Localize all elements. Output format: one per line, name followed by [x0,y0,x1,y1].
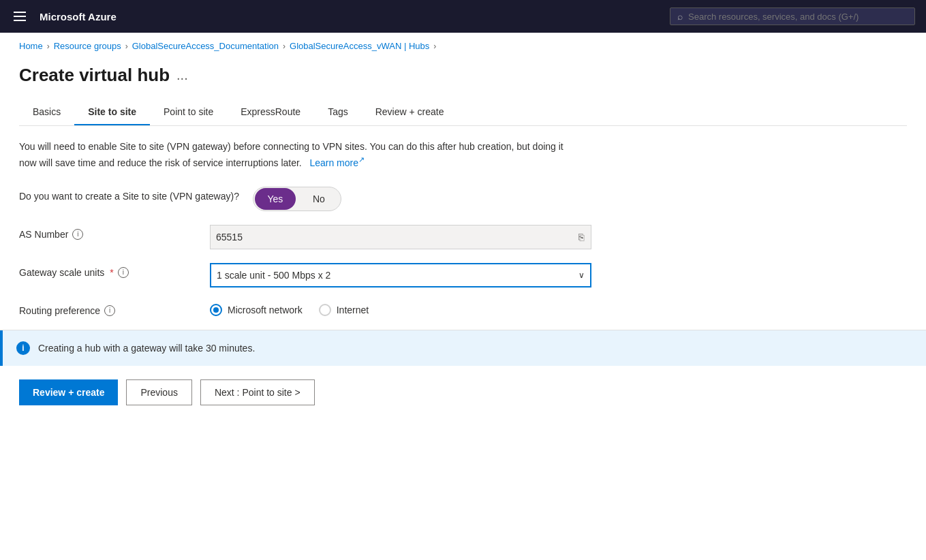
previous-button[interactable]: Previous [126,379,191,405]
bottom-actions: Review + create Previous Next : Point to… [0,366,926,419]
breadcrumb-vwan-hubs[interactable]: GlobalSecureAccess_vWAN | Hubs [290,41,429,51]
info-banner: i Creating a hub with a gateway will tak… [0,330,926,366]
vpn-toggle[interactable]: Yes No [253,187,341,211]
breadcrumb-sep-1: › [47,42,50,51]
routing-preference-options: Microsoft network Internet [210,301,369,316]
next-button[interactable]: Next : Point to site > [200,379,315,405]
more-options-icon[interactable]: ... [176,67,188,83]
description-text: You will need to enable Site to site (VP… [19,140,578,170]
gateway-scale-dropdown[interactable]: 1 scale unit - 500 Mbps x 2 ∨ [210,263,591,287]
page-title: Create virtual hub [19,65,170,86]
page-content: Create virtual hub ... Basics Site to si… [0,57,926,316]
gateway-scale-label: Gateway scale units * i [19,263,196,278]
search-bar[interactable]: ⌕ [670,7,915,25]
external-link-icon: ↗ [358,155,365,164]
as-number-info-icon[interactable]: i [72,229,83,240]
breadcrumb-sep-3: › [283,42,285,51]
app-title: Microsoft Azure [40,11,659,22]
as-number-input-wrapper: ⎘ [210,225,591,249]
radio-internet[interactable]: Internet [319,304,369,316]
gateway-scale-info-icon[interactable]: i [118,267,129,278]
radio-microsoft-network[interactable]: Microsoft network [210,304,303,316]
tab-review-create[interactable]: Review + create [362,99,458,125]
breadcrumb: Home › Resource groups › GlobalSecureAcc… [0,33,926,57]
gateway-scale-row: Gateway scale units * i 1 scale unit - 5… [19,263,632,287]
breadcrumb-sep-2: › [125,42,128,51]
tab-tags[interactable]: Tags [314,99,362,125]
search-input[interactable] [688,12,908,22]
info-banner-icon: i [16,341,30,355]
radio-microsoft-circle[interactable] [210,304,222,316]
vpn-question-label: Do you want to create a Site to site (VP… [19,187,239,202]
radio-internet-label: Internet [337,305,369,315]
radio-microsoft-label: Microsoft network [228,305,303,315]
as-number-row: AS Number i ⎘ [19,225,632,249]
info-banner-text: Creating a hub with a gateway will take … [38,343,255,354]
search-icon: ⌕ [677,11,683,22]
page-title-row: Create virtual hub ... [19,65,907,86]
routing-preference-label: Routing preference i [19,301,196,316]
copy-icon[interactable]: ⎘ [577,230,585,244]
tab-basics[interactable]: Basics [19,99,74,125]
chevron-down-icon: ∨ [578,270,585,280]
toggle-yes[interactable]: Yes [255,188,296,210]
tab-expressroute[interactable]: ExpressRoute [227,99,314,125]
vpn-toggle-row: Do you want to create a Site to site (VP… [19,187,632,211]
radio-internet-circle[interactable] [319,304,331,316]
as-number-label: AS Number i [19,225,196,240]
toggle-no[interactable]: No [297,187,341,211]
as-number-input[interactable] [216,232,574,243]
form-section: Do you want to create a Site to site (VP… [19,187,632,316]
tab-site-to-site[interactable]: Site to site [74,99,150,125]
learn-more-link[interactable]: Learn more↗ [309,157,365,168]
routing-preference-info-icon[interactable]: i [104,305,115,316]
gateway-scale-value: 1 scale unit - 500 Mbps x 2 [217,270,330,281]
breadcrumb-sep-4: › [433,42,436,51]
required-star: * [110,267,113,278]
top-navigation-bar: Microsoft Azure ⌕ [0,0,926,33]
breadcrumb-global-secure-access[interactable]: GlobalSecureAccess_Documentation [132,41,279,51]
tabs-bar: Basics Site to site Point to site Expres… [19,99,907,126]
tab-point-to-site[interactable]: Point to site [150,99,227,125]
hamburger-menu[interactable] [11,9,29,24]
breadcrumb-home[interactable]: Home [19,41,43,51]
routing-preference-row: Routing preference i Microsoft network I… [19,301,632,316]
review-create-button[interactable]: Review + create [19,379,118,405]
breadcrumb-resource-groups[interactable]: Resource groups [54,41,121,51]
